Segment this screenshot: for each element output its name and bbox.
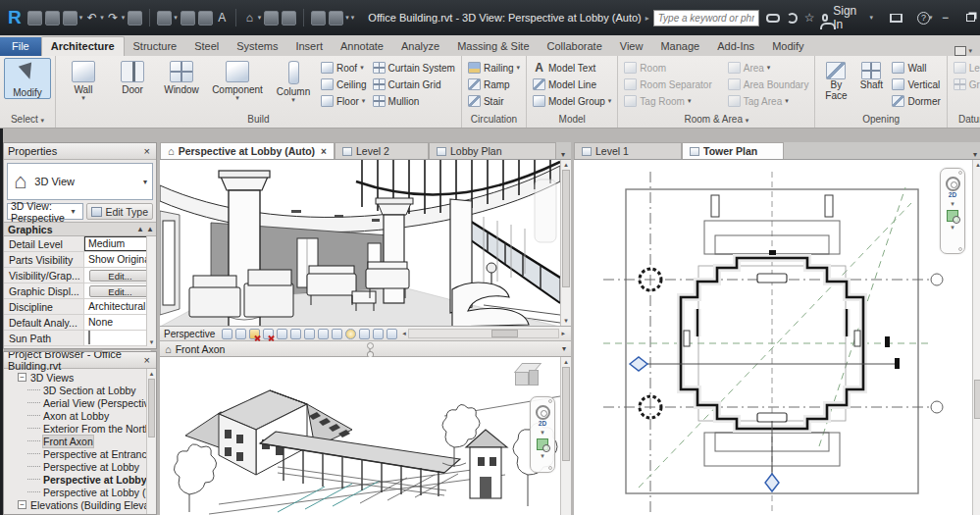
scale-label[interactable]: Perspective — [164, 329, 215, 339]
save-icon[interactable] — [45, 11, 60, 26]
steering-wheel-icon[interactable] — [946, 177, 960, 191]
sign-in-label[interactable]: Sign In — [833, 4, 857, 31]
temporary-view-properties-icon[interactable] — [345, 329, 356, 339]
reveal-hidden-elements-icon[interactable] — [332, 329, 342, 339]
room-button[interactable]: Room — [622, 60, 713, 76]
grid-button[interactable]: Grid — [952, 77, 980, 92]
railing-button[interactable]: Railing▾ — [466, 60, 522, 76]
ceiling-button[interactable]: Ceiling — [319, 77, 369, 92]
tree-item[interactable]: East — [8, 511, 156, 515]
tab-manage[interactable]: Manage — [651, 37, 708, 56]
sun-path-checkbox[interactable] — [88, 331, 90, 344]
close-view-tab-icon[interactable]: × — [321, 146, 327, 157]
panel-label-opening[interactable]: Opening — [815, 114, 946, 128]
section-icon[interactable] — [264, 11, 279, 26]
modify-button[interactable]: Modify — [4, 58, 51, 99]
undo-caret-icon[interactable]: ▾ — [100, 14, 104, 22]
tab-modify[interactable]: Modify — [763, 37, 812, 56]
navigation-bar[interactable]: 2D ▾ ▾ — [530, 396, 555, 473]
sync-caret-icon[interactable]: ▾ — [79, 14, 83, 22]
tower-plan-view[interactable]: 2D ▾ ▾ ▴ — [574, 160, 980, 515]
sun-path-off-icon[interactable] — [249, 329, 260, 339]
restore-button[interactable] — [958, 7, 980, 28]
area-boundary-button[interactable]: Area Boundary — [726, 77, 811, 92]
aligned-dimension-icon[interactable] — [181, 11, 195, 26]
component-button[interactable]: Component▾ — [207, 58, 268, 101]
collapse-icon[interactable]: − — [18, 500, 26, 509]
collapse-group-icon[interactable]: ▴ — [138, 225, 142, 233]
switch-windows-icon[interactable] — [329, 11, 343, 26]
graphics-group-header[interactable]: Graphics ▴ ▴ — [4, 222, 156, 236]
wall-button[interactable]: Wall▾ — [60, 58, 107, 101]
tree-node-elevations[interactable]: −Elevations (Building Elevation — [8, 498, 156, 511]
model-text-button[interactable]: AModel Text — [531, 60, 613, 76]
floor-button[interactable]: Floor▾ — [319, 93, 369, 109]
mullion-button[interactable]: Mullion — [371, 93, 457, 109]
perspective-view[interactable]: ▴ ▾ — [160, 160, 571, 327]
roof-button[interactable]: Roof▾ — [319, 60, 369, 76]
switch-windows-caret-icon[interactable]: ▾ — [345, 14, 349, 22]
scroll-up-icon[interactable]: ▴ — [973, 161, 980, 169]
revit-logo-icon[interactable]: R — [8, 5, 22, 30]
unlocked-view-icon[interactable] — [304, 329, 315, 339]
analysis-display-icon[interactable] — [387, 329, 397, 339]
zoom-caret-icon[interactable]: ▾ — [941, 224, 964, 232]
viewcube[interactable] — [512, 363, 545, 392]
properties-scrollbar[interactable]: ▾ — [146, 236, 156, 346]
zoom-icon[interactable] — [947, 210, 958, 222]
steering-wheel-icon[interactable] — [536, 405, 550, 420]
curtain-system-button[interactable]: Curtain System — [371, 60, 457, 76]
browser-scrollbar[interactable]: ▴ — [146, 369, 156, 514]
tree-item[interactable]: Aerial View (Perspective) — [8, 396, 156, 409]
property-row[interactable]: Sun Path — [4, 331, 156, 346]
crop-view-icon[interactable] — [277, 329, 287, 339]
view-tab-tower-plan[interactable]: Tower Plan — [682, 142, 784, 159]
app-store-icon[interactable] — [890, 14, 903, 23]
wheel-caret-icon[interactable]: ▾ — [531, 429, 554, 437]
tab-analyze[interactable]: Analyze — [392, 37, 448, 56]
scroll-up-icon[interactable]: ▴ — [561, 161, 571, 169]
tree-item[interactable]: Axon at Lobby — [8, 409, 156, 422]
tab-systems[interactable]: Systems — [228, 37, 286, 56]
search-icon[interactable] — [766, 14, 780, 23]
stair-button[interactable]: Stair — [466, 93, 522, 109]
property-row[interactable]: Graphic Displ... Edit... — [4, 283, 156, 299]
type-selector-caret-icon[interactable]: ▾ — [143, 178, 147, 186]
view-tab-perspective[interactable]: ⌂ Perspective at Lobby (Auto) × — [160, 142, 335, 159]
horizontal-scrollbar[interactable]: ◂ ▸ — [400, 328, 567, 339]
temporary-hide-isolate-icon[interactable] — [318, 329, 329, 339]
tab-list-caret-icon[interactable]: ▾ — [973, 150, 977, 159]
title-caret-icon[interactable]: ▸ — [645, 14, 649, 23]
redo-icon[interactable]: ↷ — [107, 11, 120, 26]
tag-icon[interactable] — [198, 11, 213, 26]
panel-label-select[interactable]: Select ▾ — [0, 114, 55, 128]
door-button[interactable]: Door — [109, 58, 156, 95]
default-3d-view-icon[interactable]: ⌂ — [243, 11, 256, 26]
room-separator-button[interactable]: Room Separator — [622, 77, 713, 92]
scroll-right-icon[interactable]: ▸ — [559, 330, 567, 337]
tab-insert[interactable]: Insert — [286, 37, 332, 56]
property-row[interactable]: Default Analy... None — [4, 315, 156, 331]
text-icon[interactable]: A — [216, 11, 229, 26]
scroll-up-icon[interactable]: ▴ — [147, 370, 156, 378]
tree-node-3d-views[interactable]: −3D Views — [8, 371, 156, 384]
customize-qat-icon[interactable]: ▾ — [351, 14, 355, 22]
property-row[interactable]: Detail Level Medium — [4, 236, 156, 252]
property-row[interactable]: Parts Visibility Show Original — [4, 252, 156, 268]
tree-item-active-view[interactable]: Perspective at Lobby (Au — [8, 473, 156, 486]
scroll-down-icon[interactable]: ▾ — [147, 338, 156, 346]
minimize-button[interactable]: − — [933, 7, 958, 28]
tab-steel[interactable]: Steel — [185, 37, 228, 56]
close-hidden-windows-icon[interactable] — [311, 11, 326, 26]
type-selector[interactable]: ⌂ 3D View ▾ — [7, 163, 153, 200]
sign-in-caret-icon[interactable]: ▾ — [870, 14, 874, 22]
model-line-button[interactable]: Model Line — [531, 77, 613, 92]
3d-view-caret-icon[interactable]: ▾ — [258, 14, 262, 22]
collapse-icon[interactable]: − — [18, 373, 26, 382]
panel-label-model[interactable]: Model — [527, 114, 617, 128]
crop-size-icon[interactable] — [222, 329, 232, 339]
panel-label-circulation[interactable]: Circulation — [462, 114, 526, 128]
tab-file[interactable]: File — [0, 37, 41, 56]
axon-vscrollbar[interactable]: ▴ — [560, 357, 571, 515]
level-button[interactable]: Level — [952, 60, 980, 76]
